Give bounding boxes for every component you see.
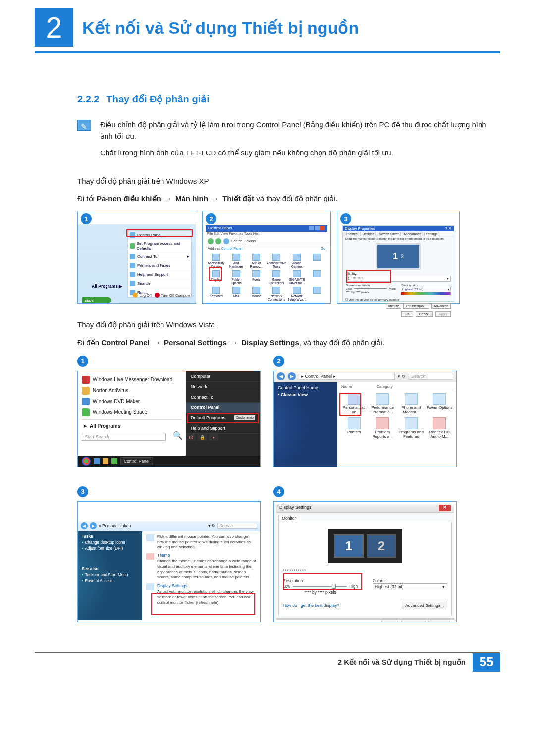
- power-icon[interactable]: ⏻: [186, 434, 196, 441]
- ok-button[interactable]: OK: [381, 621, 398, 622]
- xp-path: Đi tới Pa-nen điều khiển → Màn hình → Th…: [35, 193, 500, 204]
- vista-path: Đi đến Control Panel → Personal Settings…: [35, 337, 500, 348]
- note-text: Điều chỉnh độ phân giải và tỷ lệ làm tươ…: [100, 119, 500, 163]
- xp-start-menu: Control Panel Set Program Access and Def…: [127, 230, 192, 298]
- step-badge-1: 1: [81, 213, 92, 224]
- step-badge-3: 3: [340, 213, 351, 224]
- section-number: 2.2.2: [77, 94, 99, 105]
- step-badge-2: 2: [206, 213, 216, 224]
- section-title: Thay đổi Độ phân giải: [106, 93, 209, 105]
- step-badge-v1: 1: [77, 356, 88, 367]
- chapter-number: 2: [35, 8, 73, 47]
- vista-panel-1: Windows Live Messenger Download Norton A…: [77, 371, 261, 467]
- xp-panel-1: 1 Control Panel Set Program Access and D…: [77, 211, 196, 304]
- chevron-icon[interactable]: ▸: [209, 434, 218, 441]
- forward-icon[interactable]: ▶: [288, 372, 296, 380]
- page: 2 Kết nối và Sử dụng Thiết bị nguồn 2.2.…: [0, 0, 535, 672]
- v1-highlight: [187, 413, 259, 423]
- start-search[interactable]: Start Search: [82, 433, 166, 441]
- step-badge-v4: 4: [273, 486, 284, 497]
- monitor-preview: 1 2: [376, 243, 421, 270]
- note-block: Điều chỉnh độ phân giải và tỷ lệ làm tươ…: [35, 119, 500, 163]
- step-badge-v3: 3: [77, 486, 88, 497]
- xp-panel-2: 2 Control Panel File Edit View Favorites…: [202, 211, 331, 304]
- vista-row-2: 3 ◀▶ « Personalization ▾ ↻ Search Tasks …: [35, 486, 500, 622]
- close-icon[interactable]: ✕: [439, 505, 451, 511]
- chapter-title: Kết nối và Sử dụng Thiết bị nguồn: [82, 10, 359, 38]
- cancel-button[interactable]: Cancel: [401, 621, 425, 622]
- xp2-highlight: [209, 267, 222, 281]
- footer-page-number: 55: [473, 653, 500, 672]
- apply-button[interactable]: Apply: [428, 621, 450, 622]
- xp-heading: Thay đổi độ phân giải trên WIndows XP: [35, 175, 500, 187]
- all-programs: All Programs ▶: [92, 284, 122, 289]
- vista-panel-4: Display Settings ✕ Monitor 1 2 *********…: [273, 501, 457, 622]
- v3-highlight: [151, 593, 255, 615]
- start-orb-icon[interactable]: [82, 457, 91, 466]
- control-panel-item[interactable]: Control Panel: [186, 403, 260, 413]
- section-heading: 2.2.2 Thay đổi Độ phân giải: [35, 93, 500, 105]
- cp-titlebar: Control Panel: [206, 225, 327, 232]
- vista-panel-3: ◀▶ « Personalization ▾ ↻ Search Tasks Ch…: [77, 501, 261, 622]
- display-properties: Display Properties? ✕ Themes Desktop Scr…: [342, 225, 454, 302]
- note-p1: Điều chỉnh độ phân giải và tỷ lệ làm tươ…: [100, 119, 500, 142]
- note-icon: [77, 120, 91, 131]
- vista-heading: Thay đổi độ phân giải trên Windows Vista: [35, 319, 500, 330]
- chapter-header: 2 Kết nối và Sử dụng Thiết bị nguồn: [35, 10, 500, 53]
- xp-panel-3: 3 Display Properties? ✕ Themes Desktop S…: [337, 211, 460, 304]
- step-badge-v2: 2: [273, 356, 284, 367]
- lock-icon[interactable]: 🔒: [197, 434, 207, 441]
- xp3-highlight: [346, 270, 391, 283]
- xp1-highlight: [126, 229, 193, 237]
- colors-select[interactable]: Highest (32 bit)▾: [373, 583, 447, 590]
- vista-row-1: 1 Windows Live Messenger Download Norton…: [35, 356, 500, 467]
- note-p2: Chất lượng hình ảnh của TFT-LCD có thể s…: [100, 147, 500, 158]
- back-icon[interactable]: ◀: [277, 372, 285, 380]
- footer-text: 2 Kết nối và Sử dụng Thiết bị nguồn: [331, 653, 473, 672]
- page-footer: 2 Kết nối và Sử dụng Thiết bị nguồn 55: [35, 652, 500, 672]
- v2-highlight: [339, 393, 361, 416]
- xp-panel-row: 1 Control Panel Set Program Access and D…: [35, 211, 500, 304]
- v4-highlight: [283, 573, 362, 590]
- xp1-footer: Log Off Turn Off Computer: [133, 293, 192, 298]
- vista-panel-2: ◀ ▶ ▸ Control Panel ▸ ▾ ↻ Search Control…: [273, 371, 457, 467]
- cp-icons-grid: Accessibility Options Add Hardware Add o…: [207, 254, 326, 301]
- start-button[interactable]: start: [82, 297, 111, 303]
